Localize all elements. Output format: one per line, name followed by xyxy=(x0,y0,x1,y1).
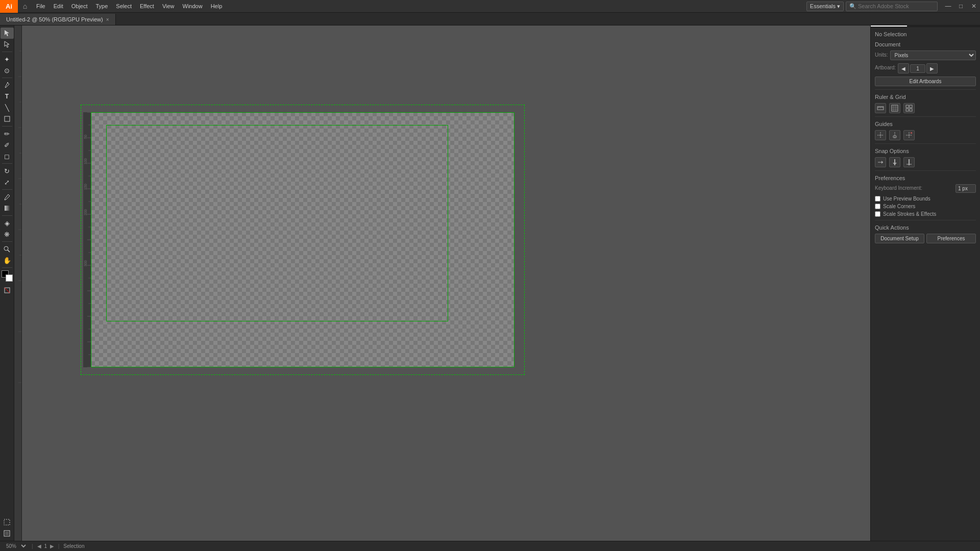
status-bar: 50% 25% 75% 100% 200% | ◀ 1 ▶ | Selectio… xyxy=(0,541,980,551)
canvas-area[interactable]: Untitled-2 xyxy=(14,26,870,541)
scale-tool[interactable]: ⤢ xyxy=(1,177,14,188)
edit-artboards-button[interactable]: Edit Artboards xyxy=(875,77,976,86)
snap-to-point-btn[interactable] xyxy=(889,157,900,167)
scale-corners-checkbox[interactable] xyxy=(875,204,880,209)
document-tab[interactable]: Untitled-2 @ 50% (RGB/GPU Preview) × xyxy=(0,14,116,25)
preferences-button[interactable]: Preferences xyxy=(926,234,976,243)
app-logo: Ai xyxy=(0,0,18,13)
menu-edit[interactable]: Edit xyxy=(50,0,67,13)
rect-tool[interactable] xyxy=(1,113,14,124)
line-tool[interactable]: ╲ xyxy=(1,102,14,113)
svg-rect-81 xyxy=(892,105,898,111)
divider-3 xyxy=(875,143,976,144)
left-ruler-ticks: 50 100 150 200 300 xyxy=(83,112,91,367)
menu-select[interactable]: Select xyxy=(112,0,136,13)
guides-lock-icon-btn[interactable] xyxy=(889,130,900,140)
close-button[interactable]: ✕ xyxy=(967,0,980,13)
document-setup-button[interactable]: Document Setup xyxy=(875,234,924,243)
ruler-icon-btn[interactable] xyxy=(875,103,886,113)
use-preview-bounds-label[interactable]: Use Preview Bounds xyxy=(883,196,930,202)
units-select[interactable]: Pixels Inches Centimeters Millimeters Po… xyxy=(890,51,976,60)
svg-rect-25 xyxy=(14,26,22,541)
eyedropper-tool[interactable] xyxy=(1,191,14,203)
divider-1 xyxy=(875,89,976,90)
rotate-tool[interactable]: ↻ xyxy=(1,165,14,177)
ruler-left-svg xyxy=(14,26,22,541)
prev-artboard-button[interactable]: ◀ xyxy=(898,63,909,73)
snap-icons xyxy=(875,157,976,167)
gradient-tool[interactable] xyxy=(1,203,14,214)
svg-text:50: 50 xyxy=(84,135,87,139)
screen-mode-tool[interactable] xyxy=(1,528,14,539)
ruler-left xyxy=(14,26,22,541)
menu-object[interactable]: Object xyxy=(67,0,92,13)
artboard-number-status: ◀ 1 ▶ xyxy=(37,543,54,549)
pixel-grid-icon-btn[interactable] xyxy=(903,103,915,113)
maximize-button[interactable]: □ xyxy=(954,0,967,13)
search-input[interactable] xyxy=(858,3,934,9)
selection-tool[interactable] xyxy=(1,28,14,39)
pen-tool[interactable] xyxy=(1,80,14,91)
menu-file[interactable]: File xyxy=(32,0,50,13)
quick-actions-section-title: Quick Actions xyxy=(875,224,976,231)
scale-strokes-checkbox[interactable] xyxy=(875,211,880,217)
hand-tool[interactable]: ✋ xyxy=(1,255,14,266)
none-swatch[interactable] xyxy=(1,285,14,296)
home-button[interactable]: ⌂ xyxy=(18,0,32,13)
edit-artboards-row: Edit Artboards xyxy=(875,77,976,86)
menu-help[interactable]: Help xyxy=(207,0,227,13)
menu-window[interactable]: Window xyxy=(179,0,207,13)
draw-inside-tool[interactable] xyxy=(1,516,14,528)
svg-rect-40 xyxy=(5,206,10,211)
snap-options-section-title: Snap Options xyxy=(875,148,976,154)
menu-items: File Edit Object Type Select Effect View… xyxy=(32,0,226,13)
background-swatch[interactable] xyxy=(6,274,13,282)
lasso-tool[interactable]: ⊙ xyxy=(1,65,14,76)
snap-to-grid-btn[interactable] xyxy=(875,157,886,167)
zoom-select[interactable]: 50% 25% 75% 100% 200% xyxy=(4,543,28,549)
divider-4 xyxy=(875,170,976,171)
quick-actions-buttons: Document Setup Preferences xyxy=(875,234,976,243)
symbol-sprayer-tool[interactable]: ❋ xyxy=(1,229,14,240)
use-preview-bounds-checkbox[interactable] xyxy=(875,196,880,202)
guides-cross-icon-btn[interactable] xyxy=(875,130,886,140)
tab-close-button[interactable]: × xyxy=(106,17,109,22)
pencil-tool[interactable]: ✐ xyxy=(1,139,14,151)
guides-clear-icon-btn[interactable] xyxy=(903,130,915,140)
type-tool[interactable]: T xyxy=(1,91,14,102)
scale-corners-label[interactable]: Scale Corners xyxy=(883,204,915,209)
minimize-button[interactable]: — xyxy=(942,0,954,13)
keyboard-increment-input[interactable] xyxy=(955,184,976,193)
preferences-section-title: Preferences xyxy=(875,175,976,181)
keyboard-increment-label: Keyboard Increment: xyxy=(875,185,953,191)
artboard-number-input[interactable] xyxy=(910,64,925,73)
color-swatches[interactable] xyxy=(2,270,13,282)
snap-to-pixel-btn[interactable] xyxy=(903,157,915,167)
grid-icon-btn[interactable] xyxy=(889,103,900,113)
units-row: Units: Pixels Inches Centimeters Millime… xyxy=(875,51,976,60)
svg-rect-39 xyxy=(5,116,10,121)
menu-effect[interactable]: Effect xyxy=(136,0,158,13)
menu-type[interactable]: Type xyxy=(92,0,112,13)
direct-selection-tool[interactable] xyxy=(1,39,14,50)
eraser-tool[interactable]: ◻ xyxy=(1,151,14,162)
svg-marker-99 xyxy=(881,161,883,164)
zoom-tool[interactable] xyxy=(1,243,14,255)
scale-strokes-row: Scale Strokes & Effects xyxy=(875,211,976,217)
workspace-label: Essentials xyxy=(810,3,836,9)
paintbrush-tool[interactable]: ✏ xyxy=(1,128,14,139)
svg-rect-89 xyxy=(910,109,912,111)
scale-strokes-label[interactable]: Scale Strokes & Effects xyxy=(883,211,936,217)
svg-text:200: 200 xyxy=(84,209,87,215)
doc-tab-title: Untitled-2 @ 50% (RGB/GPU Preview) xyxy=(6,16,103,22)
svg-line-44 xyxy=(5,288,10,293)
blend-tool[interactable]: ◈ xyxy=(1,217,14,229)
next-artboard-button[interactable]: ▶ xyxy=(926,63,938,73)
svg-rect-48 xyxy=(83,112,91,367)
scale-corners-row: Scale Corners xyxy=(875,204,976,209)
workspace-dropdown[interactable]: Essentials ▾ xyxy=(806,2,844,11)
selection-status: Selection xyxy=(63,543,84,549)
menu-view[interactable]: View xyxy=(158,0,179,13)
artboard: Untitled-2 xyxy=(91,112,514,367)
magic-wand-tool[interactable]: ✦ xyxy=(1,54,14,65)
